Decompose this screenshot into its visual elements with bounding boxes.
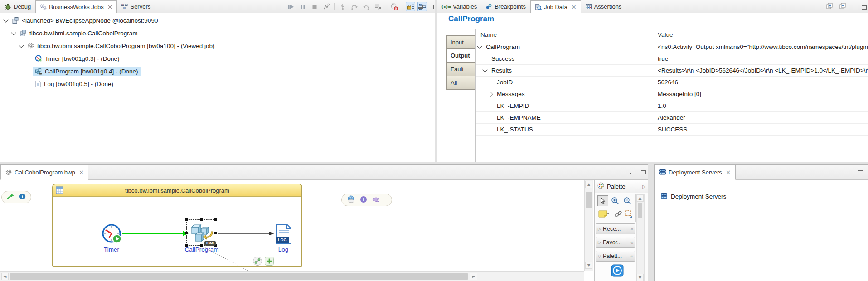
tree-row[interactable]: Log [bw001g0.5] - (Done) <box>0 78 435 90</box>
callprogram-node[interactable]: IBMi <box>190 222 213 247</box>
scroll-up-icon[interactable]: ▲ <box>636 194 644 202</box>
minimize-icon[interactable] <box>847 169 853 174</box>
scroll-right-icon[interactable]: ► <box>470 273 477 280</box>
maximize-icon[interactable] <box>640 169 646 174</box>
close-icon[interactable]: × <box>79 169 84 175</box>
step-into-icon[interactable] <box>338 2 347 11</box>
vscroll-thumb[interactable] <box>586 192 592 208</box>
pin-icon[interactable]: « <box>630 240 633 245</box>
close-icon[interactable]: × <box>726 169 731 175</box>
scroll-down-icon[interactable]: ▼ <box>585 262 592 269</box>
palette-section[interactable]: ▽ Palett... « <box>596 251 635 262</box>
minimize-icon[interactable] <box>851 4 857 10</box>
tab-assertions[interactable]: Assertions <box>581 0 626 13</box>
tree-row[interactable]: <launched> BWEclipseAppNode @localhost:9… <box>0 14 435 27</box>
maximize-icon[interactable] <box>857 169 863 174</box>
expander-icon[interactable] <box>10 32 17 34</box>
log-node[interactable]: LOG <box>275 223 292 246</box>
editor-tab[interactable]: CallCobolProgram.bwp × <box>0 165 88 180</box>
globe-cloud-icon[interactable] <box>346 195 355 204</box>
editor-vscrollbar[interactable]: ▲ ▼ <box>584 180 593 271</box>
palette-section[interactable]: ▷ Rece... « <box>596 223 635 234</box>
zoom-in-tool-icon[interactable] <box>610 195 621 206</box>
palette-section[interactable]: ▷ Favor... « <box>596 237 635 248</box>
column-header-name[interactable]: Name <box>476 31 654 38</box>
expander-icon[interactable] <box>2 19 10 22</box>
timer-node[interactable] <box>102 223 122 246</box>
jobdata-row[interactable]: Messages MessageInfo [0] <box>476 88 868 100</box>
column-header-value[interactable]: Value <box>654 29 868 41</box>
minimize-icon[interactable] <box>630 169 636 174</box>
step-over-icon[interactable] <box>349 2 359 11</box>
select-tool-icon[interactable] <box>597 195 608 206</box>
disconnect-icon[interactable] <box>321 2 331 11</box>
node-label[interactable]: Timer <box>80 246 143 253</box>
add-activity-icon[interactable] <box>264 256 274 267</box>
expander-icon[interactable] <box>18 45 25 47</box>
tab-breakpoints[interactable]: Breakpoints <box>481 0 530 13</box>
jobdata-row[interactable]: LK_-EMPID 1.0 <box>476 100 868 112</box>
expander-icon[interactable] <box>487 92 494 96</box>
hscroll-thumb[interactable] <box>10 273 468 280</box>
deployment-servers-root-item[interactable]: Deployment Servers <box>660 193 726 200</box>
expander-icon[interactable] <box>481 69 489 72</box>
tree-row[interactable]: tibco.bw.ibmi.sample.CallCobolProgram [b… <box>0 39 435 52</box>
scroll-up-icon[interactable]: ▲ <box>585 181 592 188</box>
marquee-tool-icon[interactable] <box>624 208 635 219</box>
step-filters-icon[interactable] <box>373 2 383 11</box>
deployment-servers-tab[interactable]: Deployment Servers × <box>655 165 736 180</box>
io-tab-input[interactable]: Input <box>446 35 475 49</box>
terminate-removed-icon[interactable] <box>389 2 399 11</box>
palette-pin-icon[interactable]: ▷ <box>642 184 646 189</box>
minimize-icon[interactable] <box>417 4 424 9</box>
jobdata-row[interactable]: LK_-EMPNAME Alexander <box>476 112 868 124</box>
tab-servers[interactable]: Servers <box>117 0 155 13</box>
info-icon[interactable]: i <box>19 193 26 201</box>
process-info-icon[interactable]: i <box>360 196 367 204</box>
node-label[interactable]: Log <box>252 246 315 253</box>
expand-all-icon[interactable] <box>824 2 834 11</box>
tab-variables[interactable]: (x)= Variables <box>437 0 481 13</box>
io-tab-all[interactable]: All <box>446 76 475 90</box>
tab-businessworks-jobs[interactable]: BusinessWorks Jobs × <box>35 0 117 13</box>
note-tool-icon[interactable] <box>597 208 612 219</box>
tree-row[interactable]: tibco.bw.ibmi.sample.CallCobolProgram <box>0 27 435 39</box>
expander-icon[interactable] <box>476 46 483 48</box>
jobdata-row[interactable]: LK_-STATUS SUCCESS <box>476 124 868 136</box>
tree-row[interactable]: Timer [bw001g0.3] - (Done) <box>0 52 435 65</box>
tab-job-data[interactable]: Job Data × <box>530 0 581 13</box>
palette-scroll-thumb[interactable] <box>638 203 642 218</box>
jobdata-row[interactable]: CallProgram <ns0:Activity_Output xmlns:n… <box>476 41 868 53</box>
pin-icon[interactable]: « <box>630 254 633 259</box>
maximize-icon[interactable] <box>861 4 867 10</box>
create-link-icon[interactable] <box>252 256 262 267</box>
close-icon[interactable]: × <box>107 4 113 10</box>
node-label[interactable]: CallProgram <box>170 246 233 253</box>
jobdata-row[interactable]: Success true <box>476 53 868 65</box>
zoom-out-tool-icon[interactable] <box>622 195 633 206</box>
scroll-left-icon[interactable]: ◄ <box>1 273 9 280</box>
suspend-icon[interactable] <box>298 2 307 11</box>
run-arrow-icon[interactable] <box>6 194 15 201</box>
palette-header[interactable]: Palette ▷ <box>595 180 648 193</box>
tab-debug[interactable]: Debug <box>0 0 35 13</box>
process-box-header[interactable]: tibco.bw.ibmi.sample.CallCobolProgram <box>53 184 301 197</box>
process-canvas[interactable]: tibco.bw.ibmi.sample.CallCobolProgram Ti… <box>0 180 584 271</box>
maximize-icon[interactable] <box>428 4 434 9</box>
editor-hscrollbar[interactable]: ◄ ► <box>0 271 584 281</box>
scroll-down-icon[interactable]: ▼ <box>636 274 644 281</box>
resume-icon[interactable] <box>286 2 296 11</box>
tree-row[interactable]: CallProgram [bw001g0.4] - (Done) <box>0 65 435 78</box>
palette-item-icon[interactable] <box>611 264 624 278</box>
close-icon[interactable]: × <box>571 4 577 10</box>
io-tab-fault[interactable]: Fault <box>446 63 475 76</box>
link-tool-icon[interactable] <box>613 208 624 219</box>
step-return-icon[interactable] <box>361 2 371 11</box>
terminate-icon[interactable] <box>310 2 319 11</box>
process-box[interactable]: tibco.bw.ibmi.sample.CallCobolProgram <box>52 184 302 267</box>
io-tab-output[interactable]: Output <box>446 49 475 63</box>
collapse-all-icon[interactable] <box>838 2 847 11</box>
pennant-icon[interactable] <box>372 196 381 204</box>
jobdata-row[interactable]: JobID 562646 <box>476 77 868 88</box>
lock-jobs-icon[interactable] <box>406 2 415 11</box>
